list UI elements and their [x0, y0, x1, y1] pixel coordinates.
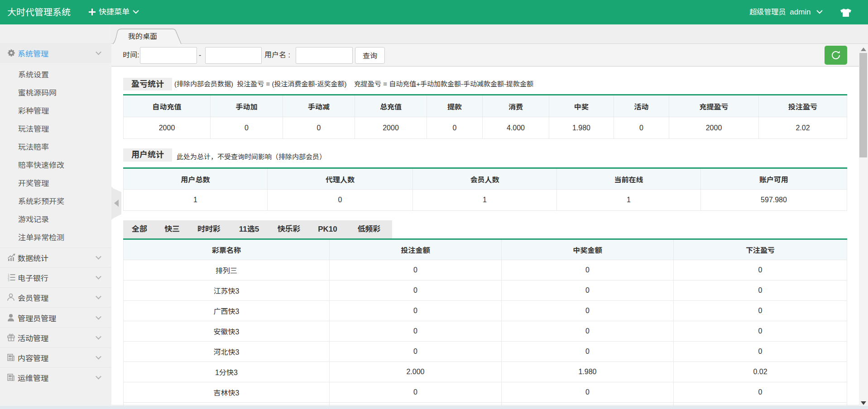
- svg-text:3: 3: [8, 278, 10, 281]
